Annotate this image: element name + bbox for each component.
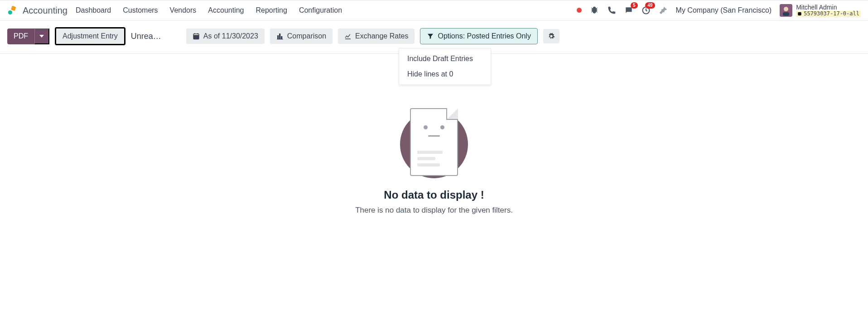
exchange-rates-label: Exchange Rates bbox=[355, 32, 408, 40]
messages-badge: 5 bbox=[631, 2, 638, 9]
tools-icon[interactable] bbox=[659, 6, 668, 15]
option-include-draft[interactable]: Include Draft Entries bbox=[399, 51, 491, 67]
main-nav: Dashboard Customers Vendors Accounting R… bbox=[76, 6, 342, 14]
pdf-button-group: PDF bbox=[7, 29, 49, 44]
comparison-button[interactable]: Comparison bbox=[270, 29, 333, 44]
top-navbar: Accounting Dashboard Customers Vendors A… bbox=[0, 0, 868, 21]
user-menu[interactable]: Mitchell Admin 55793037-17-0-all bbox=[780, 4, 861, 17]
adjustment-entry-button[interactable]: Adjustment Entry bbox=[55, 27, 125, 45]
activities-icon[interactable]: 49 bbox=[641, 6, 651, 15]
nav-accounting[interactable]: Accounting bbox=[208, 6, 244, 14]
activities-badge: 49 bbox=[645, 2, 655, 9]
options-button[interactable]: Options: Posted Entries Only bbox=[420, 28, 537, 44]
exchange-rates-button[interactable]: Exchange Rates bbox=[338, 29, 415, 44]
pdf-dropdown-toggle[interactable] bbox=[34, 29, 49, 44]
options-dropdown: Include Draft Entries Hide lines at 0 bbox=[399, 48, 491, 85]
nav-reporting[interactable]: Reporting bbox=[256, 6, 287, 14]
pdf-button[interactable]: PDF bbox=[7, 29, 34, 44]
empty-subtitle: There is no data to display for the give… bbox=[355, 206, 513, 215]
calendar-icon bbox=[193, 33, 200, 40]
line-chart-icon bbox=[344, 33, 352, 40]
report-toolbar: PDF Adjustment Entry Unrealized As of 11… bbox=[0, 21, 868, 54]
options-label: Options: Posted Entries Only bbox=[438, 32, 530, 40]
messages-icon[interactable]: 5 bbox=[624, 6, 633, 15]
settings-button[interactable] bbox=[543, 29, 559, 43]
user-name: Mitchell Admin bbox=[796, 4, 861, 11]
bug-icon[interactable] bbox=[590, 6, 599, 15]
systray: 5 49 My Company (San Francisco) Mitchell… bbox=[577, 4, 861, 17]
nav-customers[interactable]: Customers bbox=[123, 6, 158, 14]
nav-vendors[interactable]: Vendors bbox=[170, 6, 197, 14]
report-title-truncated: Unrealized bbox=[131, 32, 163, 41]
logo-icon bbox=[7, 5, 17, 15]
svg-rect-5 bbox=[783, 12, 789, 16]
avatar-icon bbox=[780, 4, 792, 17]
nav-dashboard[interactable]: Dashboard bbox=[76, 6, 111, 14]
recording-indicator-icon bbox=[577, 8, 582, 13]
company-selector[interactable]: My Company (San Francisco) bbox=[676, 6, 772, 14]
comparison-label: Comparison bbox=[287, 32, 326, 40]
empty-title: No data to display ! bbox=[384, 189, 484, 201]
cogs-icon bbox=[548, 33, 555, 40]
option-hide-zero[interactable]: Hide lines at 0 bbox=[399, 67, 491, 82]
app-name: Accounting bbox=[23, 5, 68, 16]
phone-icon[interactable] bbox=[607, 6, 616, 15]
database-name: 55793037-17-0-all bbox=[804, 11, 859, 17]
asof-date-label: As of 11/30/2023 bbox=[203, 32, 258, 40]
app-logo[interactable]: Accounting bbox=[7, 5, 68, 16]
database-badge: 55793037-17-0-all bbox=[796, 11, 861, 17]
svg-point-0 bbox=[8, 10, 12, 14]
asof-date-button[interactable]: As of 11/30/2023 bbox=[186, 29, 265, 44]
svg-point-4 bbox=[784, 7, 788, 11]
filter-icon bbox=[427, 33, 434, 40]
svg-rect-7 bbox=[193, 35, 199, 39]
empty-document-icon bbox=[398, 108, 470, 181]
nav-configuration[interactable]: Configuration bbox=[299, 6, 342, 14]
svg-rect-1 bbox=[11, 6, 16, 11]
bar-chart-icon bbox=[276, 33, 284, 40]
